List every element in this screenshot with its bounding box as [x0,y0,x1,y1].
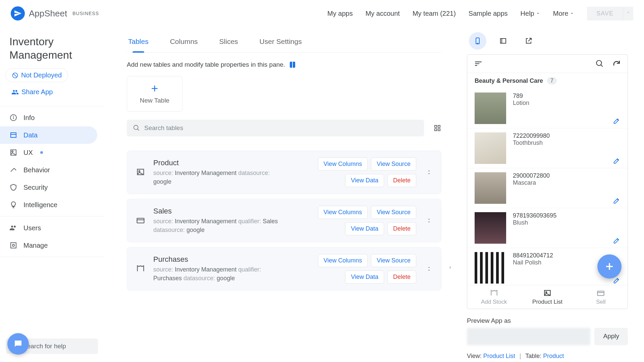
unfold-icon [426,169,432,176]
sidebar-item-label: UX [23,149,33,157]
phone-preview: Beauty & Personal Care 7 789Lotion722200… [467,54,628,309]
edit-item-button[interactable] [613,157,620,165]
sidebar-item-label: Intelligence [23,201,57,209]
new-table-button[interactable]: New Table [127,76,182,112]
tab-user-settings[interactable]: User Settings [258,32,303,52]
product-list-item[interactable]: 789Lotion [467,88,628,128]
tab-tables[interactable]: Tables [127,32,150,52]
delete-button[interactable]: Delete [387,174,416,187]
preview-open-external-button[interactable] [520,32,537,50]
preview-as-input[interactable] [467,328,590,345]
menu-button[interactable] [474,59,483,68]
save-dropdown[interactable] [623,7,633,20]
product-thumbnail [475,212,506,244]
delete-button[interactable]: Delete [387,270,416,284]
preview-table-link[interactable]: Product [543,353,564,359]
tablet-icon [499,37,507,45]
nav-my-team[interactable]: My team (221) [413,10,456,17]
table-card[interactable]: Purchasessource: Inventory Management qu… [127,247,441,291]
grid-view-toggle[interactable] [433,124,441,132]
view-columns-button[interactable]: View Columns [318,206,368,219]
product-name: Toothbrush [513,139,550,146]
save-button[interactable]: SAVE [587,7,623,20]
share-app-link[interactable]: Share App [5,85,104,99]
add-fab[interactable] [597,254,622,279]
grid-icon [433,124,441,132]
product-list-item[interactable]: 9781936093695Blush [467,208,628,248]
info-icon [9,114,17,122]
apply-button[interactable]: Apply [594,328,628,345]
nav-my-apps[interactable]: My apps [327,10,353,17]
chat-fab[interactable] [7,333,29,355]
svg-line-29 [601,65,602,66]
unfold-icon [426,265,432,272]
sidebar-item-users[interactable]: Users [0,219,97,237]
edit-item-button[interactable] [613,277,620,284]
edit-item-button[interactable] [613,117,620,125]
svg-rect-18 [435,129,437,131]
svg-rect-19 [438,129,440,131]
sidebar-item-behavior[interactable]: Behavior [0,161,97,179]
expand-toggle[interactable] [426,217,432,224]
nav-more[interactable]: More [553,10,575,17]
collapse-preview-arrow[interactable] [447,264,453,270]
book-icon[interactable] [288,61,297,69]
svg-point-21 [139,171,140,172]
view-columns-button[interactable]: View Columns [318,158,368,171]
sidebar-item-ux[interactable]: UX [0,144,97,161]
tab-slices[interactable]: Slices [218,32,239,52]
product-list-item[interactable]: 29000072800Mascara [467,168,628,208]
preview-body[interactable]: Beauty & Personal Care 7 789Lotion722200… [467,73,628,285]
edit-item-button[interactable] [613,197,620,204]
sidebar-item-manage[interactable]: Manage [0,237,97,254]
bottom-tab-add-stock[interactable]: Add Stock [467,285,521,309]
refresh-icon [612,59,621,68]
tab-columns[interactable]: Columns [169,32,199,52]
preview-refresh-button[interactable] [612,59,621,68]
delete-button[interactable]: Delete [387,222,416,235]
bottom-tab-sell[interactable]: Sell [574,285,628,309]
data-icon [9,131,17,139]
expand-toggle[interactable] [426,265,432,272]
expand-toggle[interactable] [426,169,432,176]
edit-item-button[interactable] [613,237,620,244]
sidebar-item-security[interactable]: Security [0,179,97,196]
sidebar-item-info[interactable]: Info [0,109,97,126]
product-list-item[interactable]: 72220099980Toothbrush [467,128,628,168]
preview-tablet-button[interactable] [494,32,512,50]
edit-icon [613,277,620,284]
search-tables-input[interactable]: Search tables [127,120,424,136]
table-card[interactable]: Salessource: Inventory Management qualif… [127,199,441,242]
preview-view-link[interactable]: Product List [483,353,515,359]
view-source-button[interactable]: View Source [371,158,416,171]
bottom-tab-product-list[interactable]: Product List [521,285,574,309]
view-data-button[interactable]: View Data [345,270,384,284]
divider [0,106,104,106]
preview-phone-button[interactable] [469,32,486,50]
view-data-button[interactable]: View Data [345,222,384,235]
nav-help[interactable]: Help [521,10,540,17]
preview-search-button[interactable] [595,59,604,68]
sidebar-item-label: Manage [23,242,48,249]
preview-bottom-nav: Add Stock Product List Sell [467,285,628,309]
view-source-button[interactable]: View Source [371,206,416,219]
view-columns-button[interactable]: View Columns [318,254,368,267]
deploy-status-chip[interactable]: Not Deployed [5,68,68,82]
table-card[interactable]: Productsource: Inventory Management data… [127,150,441,194]
svg-point-28 [596,60,601,65]
view-data-button[interactable]: View Data [345,174,384,187]
product-code: 789 [513,93,529,100]
plus-icon [150,83,160,94]
sidebar-item-data[interactable]: Data [0,126,97,144]
chevron-down-icon [536,11,540,16]
view-source-button[interactable]: View Source [371,254,416,267]
card-icon [596,289,605,297]
sidebar-item-intelligence[interactable]: Intelligence [0,196,97,214]
preview-meta: View: Product List | Table: Product [467,353,628,360]
preview-app-bar [467,55,628,73]
svg-rect-4 [11,133,16,137]
sidebar-item-label: Data [23,131,38,139]
ux-icon [9,148,17,157]
nav-my-account[interactable]: My account [366,10,400,17]
nav-sample-apps[interactable]: Sample apps [469,10,508,17]
